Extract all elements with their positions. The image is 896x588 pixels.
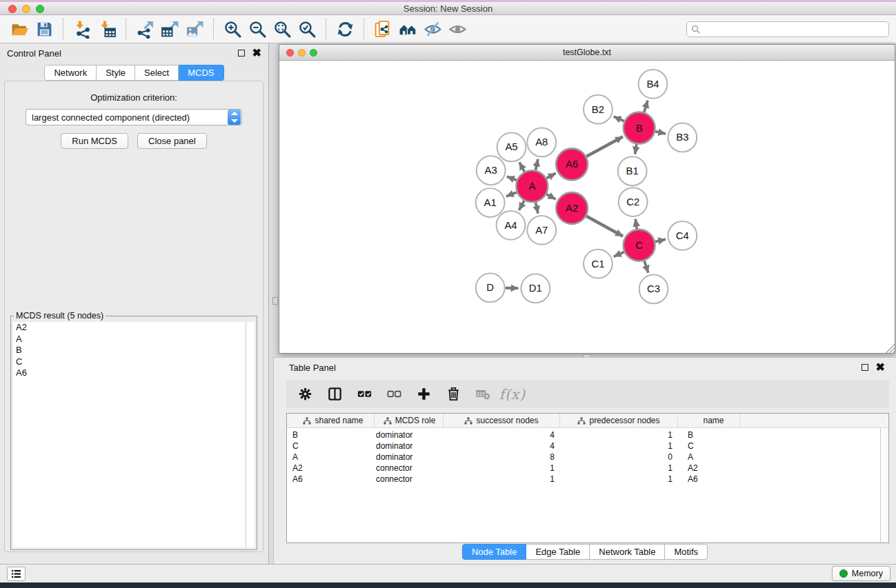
export-image-button[interactable] [182, 17, 207, 41]
edge-B-B4[interactable] [644, 101, 648, 112]
table-row[interactable]: A2connector11A2 [287, 463, 888, 474]
table-mode-gear-button[interactable] [296, 385, 314, 403]
memory-button[interactable]: Memory [832, 566, 890, 581]
table-cell[interactable]: A6 [678, 474, 740, 485]
table-cell[interactable]: B [287, 429, 375, 440]
network-canvas[interactable]: B4B2BB3B1A5A8A6A3AA1C2A2A4A7C4CC1C3DD1 [280, 61, 894, 352]
edge-A-A6[interactable] [546, 173, 555, 178]
edge-C-C2[interactable] [635, 219, 637, 229]
table-cell[interactable]: C [287, 440, 375, 452]
table-cell[interactable]: A2 [287, 463, 375, 474]
table-cell[interactable]: 4 [444, 440, 560, 452]
run-mcds-button[interactable]: Run MCDS [61, 133, 128, 149]
zoom-out-button[interactable] [245, 17, 270, 41]
edge-A-A2[interactable] [546, 194, 555, 199]
table-cell[interactable]: 1 [560, 474, 678, 485]
edge-A-A7[interactable] [535, 202, 538, 213]
search-input[interactable] [703, 25, 884, 34]
table-cell[interactable]: A6 [287, 474, 375, 485]
export-network-button[interactable] [132, 17, 157, 41]
column-header-successor-nodes[interactable]: successor nodes [444, 414, 560, 427]
edge-A-A8[interactable] [535, 159, 538, 170]
column-header-shared-name[interactable]: shared name [287, 414, 375, 427]
show-columns-button[interactable] [326, 385, 344, 403]
task-history-button[interactable] [7, 567, 26, 581]
table-cell[interactable]: B [678, 429, 740, 440]
close-window-button[interactable] [286, 49, 294, 57]
column-header-name[interactable]: name [678, 414, 740, 427]
mcds-result-item[interactable]: A6 [13, 367, 246, 379]
mcds-result-item[interactable]: B [13, 345, 246, 356]
table-cell[interactable]: A2 [678, 463, 740, 474]
deselect-all-button[interactable] [385, 385, 403, 403]
table-cell[interactable]: dominator [375, 429, 444, 440]
edge-A-A5[interactable] [519, 162, 524, 172]
table-cell[interactable]: connector [375, 474, 444, 485]
tab-node-table[interactable]: Node Table [462, 544, 527, 560]
table-scrollbar[interactable] [880, 428, 888, 543]
export-table-button[interactable] [157, 17, 182, 41]
mcds-result-scrollbar[interactable] [246, 322, 255, 547]
minimize-window-button[interactable] [298, 49, 306, 57]
float-panel-icon[interactable] [238, 50, 245, 57]
mcds-result-item[interactable]: C [13, 356, 246, 368]
table-cell[interactable]: 8 [444, 452, 560, 463]
search-field[interactable] [686, 21, 889, 37]
table-cell[interactable]: 0 [560, 452, 678, 463]
close-panel-icon[interactable]: ✖ [252, 50, 261, 57]
zoom-window-button[interactable] [310, 49, 317, 57]
edge-A-A4[interactable] [519, 201, 524, 210]
tab-edge-table[interactable]: Edge Table [526, 544, 590, 560]
edge-B-B2[interactable] [614, 116, 624, 121]
mcds-result-item[interactable]: A2 [13, 322, 246, 334]
table-cell[interactable]: dominator [375, 452, 444, 463]
import-network-button[interactable] [70, 17, 94, 41]
table-cell[interactable]: C [678, 440, 740, 452]
table-row[interactable]: Bdominator41B [287, 429, 888, 440]
tab-mcds[interactable]: MCDS [179, 65, 223, 81]
criterion-dropdown[interactable]: largest connected component (directed) [26, 109, 242, 125]
delete-columns-button[interactable] [444, 385, 462, 403]
tab-motifs[interactable]: Motifs [665, 544, 708, 560]
table-cell[interactable]: dominator [375, 440, 444, 452]
table-cell[interactable]: 1 [560, 463, 678, 474]
float-panel-icon[interactable] [862, 364, 868, 371]
close-panel-button[interactable]: Close panel [137, 133, 207, 149]
edge-C-C1[interactable] [614, 252, 624, 256]
network-from-file-button[interactable] [370, 17, 395, 41]
show-panels-button[interactable] [445, 17, 470, 41]
zoom-in-button[interactable] [220, 17, 245, 41]
mcds-result-item[interactable]: A [13, 334, 246, 345]
table-cell[interactable]: 4 [444, 429, 560, 440]
table-cell[interactable]: 1 [560, 440, 678, 452]
edge-C-C3[interactable] [644, 261, 648, 272]
edge-C-C4[interactable] [655, 239, 666, 241]
table-row[interactable]: A6connector11A6 [287, 474, 888, 485]
edge-A-A1[interactable] [506, 192, 517, 196]
close-panel-icon[interactable]: ✖ [876, 364, 885, 371]
table-row[interactable]: Adominator80A [287, 452, 888, 463]
edge-B-B1[interactable] [635, 144, 637, 154]
desktop-scroll-grip[interactable] [272, 297, 278, 305]
table-row[interactable]: Cdominator41C [287, 440, 888, 452]
table-cell[interactable]: connector [375, 463, 444, 474]
table-cell[interactable]: 1 [444, 474, 560, 485]
select-all-button[interactable] [355, 385, 373, 403]
edge-A6-B[interactable] [586, 136, 623, 156]
tab-select[interactable]: Select [135, 65, 179, 81]
edge-A2-C[interactable] [586, 216, 623, 236]
create-column-button[interactable] [415, 385, 432, 403]
home-view-button[interactable] [395, 17, 420, 41]
edge-A-A3[interactable] [507, 176, 517, 180]
table-cell[interactable]: A [678, 452, 740, 463]
tab-network[interactable]: Network [44, 65, 97, 81]
minimize-window-button[interactable] [22, 5, 30, 13]
network-window-titlebar[interactable]: testGlobe.txt [279, 45, 895, 61]
table-cell[interactable]: 1 [444, 463, 560, 474]
table-cell[interactable]: 1 [560, 429, 678, 440]
zoom-fit-button[interactable] [270, 17, 295, 41]
import-table-button[interactable] [94, 17, 119, 41]
window-resize-grip[interactable] [886, 344, 895, 353]
hide-panels-button[interactable] [420, 17, 445, 41]
network-graph-svg[interactable]: B4B2BB3B1A5A8A6A3AA1C2A2A4A7C4CC1C3DD1 [280, 61, 894, 352]
